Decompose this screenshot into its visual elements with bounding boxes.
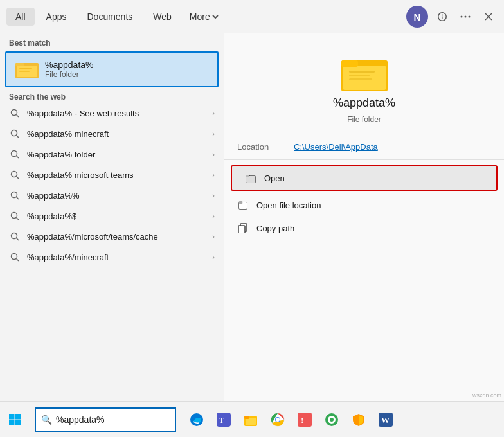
svg-line-24	[17, 238, 19, 241]
svg-rect-52	[244, 416, 249, 419]
svg-rect-29	[343, 66, 386, 90]
copy-path-action[interactable]: Copy path	[224, 217, 504, 240]
svg-rect-30	[341, 60, 358, 67]
list-item-text-2: %appdata% minecraft	[27, 129, 212, 139]
svg-point-13	[12, 130, 17, 136]
list-item[interactable]: %appdata% folder ›	[0, 144, 224, 165]
list-item[interactable]: %appdata% microsoft teams ›	[0, 165, 224, 185]
main-container: Best match %appdata% File folder	[0, 33, 504, 401]
taskbar-word[interactable]: W	[373, 407, 399, 433]
copy-path-label: Copy path	[256, 224, 294, 233]
svg-point-61	[330, 418, 334, 422]
best-match-info: %appdata% File folder	[45, 60, 94, 79]
location-value[interactable]: C:\Users\Dell\AppData	[294, 142, 378, 152]
arrow-6: ›	[212, 212, 215, 220]
more-options-button[interactable]	[456, 8, 474, 26]
svg-point-11	[12, 110, 17, 116]
svg-rect-32	[349, 75, 370, 76]
svg-rect-37	[246, 175, 249, 177]
svg-point-56	[276, 418, 280, 422]
tab-apps[interactable]: Apps	[37, 8, 76, 26]
taskbar-chrome[interactable]	[265, 407, 291, 433]
svg-point-2	[469, 16, 471, 18]
svg-text:!: !	[301, 415, 303, 425]
search-icon-taskbar: 🔍	[41, 415, 52, 425]
list-item-text-8: %appdata%/minecraft	[27, 253, 212, 262]
list-item-text-5: %appdata%%	[27, 191, 212, 201]
taskbar-outlook[interactable]: !	[292, 407, 318, 433]
svg-text:T: T	[219, 416, 224, 425]
svg-text:W: W	[381, 415, 390, 425]
svg-line-14	[17, 136, 19, 138]
user-avatar[interactable]: N	[406, 6, 428, 28]
right-panel: %appdata% File folder Location C:\Users\…	[224, 33, 504, 401]
arrow-5: ›	[212, 192, 215, 199]
svg-point-1	[465, 16, 467, 18]
svg-rect-42	[239, 226, 245, 233]
top-nav: All Apps Documents Web More N	[0, 0, 504, 33]
svg-point-25	[12, 254, 17, 260]
search-icon-2	[9, 128, 21, 139]
svg-rect-46	[15, 420, 21, 425]
list-item-text-7: %appdata%/microsoft/teams/cache	[27, 232, 212, 242]
search-web-label: Search the web	[0, 89, 224, 103]
folder-icon-small	[15, 58, 39, 81]
open-file-location-action[interactable]: Open file location	[224, 193, 504, 217]
folder-icon-large	[341, 53, 388, 91]
list-item-text-6: %appdata%$	[27, 211, 212, 221]
list-item[interactable]: %appdata%/minecraft ›	[0, 247, 224, 267]
open-icon	[245, 172, 256, 184]
more-label: More	[190, 12, 210, 22]
right-title: %appdata%	[333, 96, 395, 110]
close-button[interactable]	[480, 8, 498, 26]
search-input[interactable]	[56, 415, 170, 425]
best-match-name: %appdata%	[45, 60, 94, 70]
tab-all[interactable]: All	[6, 8, 35, 26]
search-box[interactable]: 🔍	[35, 407, 176, 432]
svg-line-18	[17, 177, 19, 179]
tab-documents[interactable]: Documents	[78, 8, 141, 26]
arrow-7: ›	[212, 233, 215, 240]
taskbar-explorer[interactable]	[238, 407, 264, 433]
svg-rect-44	[15, 414, 21, 420]
list-item[interactable]: %appdata%% ›	[0, 185, 224, 206]
taskbar-teams[interactable]: T	[211, 407, 237, 433]
open-action[interactable]: Open	[231, 165, 498, 191]
taskbar-apps: T !	[181, 407, 504, 433]
svg-rect-33	[349, 78, 372, 80]
more-menu[interactable]: More	[183, 8, 225, 26]
taskbar-shield[interactable]	[346, 407, 372, 433]
taskbar-chrome2[interactable]	[319, 407, 345, 433]
top-right-controls: N	[406, 6, 498, 28]
arrow-3: ›	[212, 150, 215, 158]
svg-line-20	[17, 197, 19, 200]
arrow-2: ›	[212, 130, 215, 138]
feedback-icon	[437, 12, 447, 22]
search-icon-8	[9, 251, 21, 263]
list-item[interactable]: %appdata% minecraft ›	[0, 123, 224, 144]
svg-rect-9	[19, 68, 32, 69]
svg-rect-8	[15, 63, 24, 66]
feedback-button[interactable]	[433, 8, 451, 26]
start-button[interactable]	[0, 402, 30, 437]
list-item-text-4: %appdata% microsoft teams	[27, 170, 212, 180]
right-subtitle: File folder	[347, 115, 381, 124]
arrow-4: ›	[212, 171, 215, 179]
copy-path-icon	[237, 222, 249, 234]
list-item[interactable]: %appdata%/microsoft/teams/cache ›	[0, 226, 224, 247]
open-label: Open	[264, 174, 285, 183]
svg-point-19	[12, 192, 17, 198]
best-match-item[interactable]: %appdata% File folder	[5, 51, 219, 87]
chevron-down-icon	[212, 13, 219, 20]
taskbar-edge[interactable]	[184, 407, 210, 433]
right-info-row: Location C:\Users\Dell\AppData	[224, 137, 504, 157]
list-item[interactable]: %appdata% - See web results ›	[0, 103, 224, 123]
search-icon-3	[9, 148, 21, 160]
tab-web[interactable]: Web	[144, 8, 181, 26]
open-file-location-label: Open file location	[256, 201, 321, 210]
svg-line-26	[17, 259, 19, 262]
svg-point-21	[12, 213, 17, 219]
ellipsis-icon	[460, 15, 471, 18]
list-item[interactable]: %appdata%$ ›	[0, 206, 224, 226]
list-item-text-3: %appdata% folder	[27, 150, 212, 159]
